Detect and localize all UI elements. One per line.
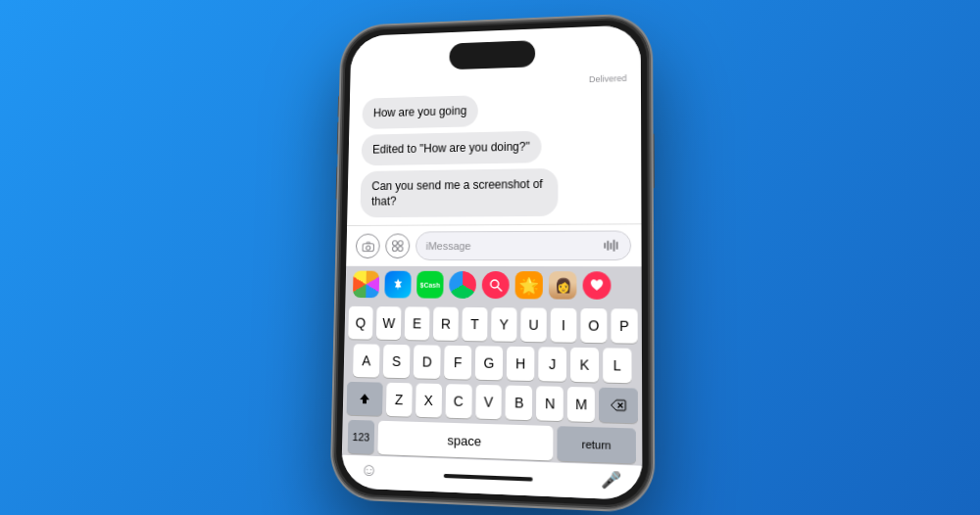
key-L[interactable]: L bbox=[603, 348, 631, 383]
key-V[interactable]: V bbox=[475, 385, 502, 419]
delivered-label: Delivered bbox=[363, 73, 626, 91]
phone-screen: Delivered How are you going Edited to "H… bbox=[341, 24, 642, 500]
input-bar: iMessage bbox=[346, 223, 641, 266]
shift-key[interactable] bbox=[347, 382, 383, 416]
phone-mockup: Delivered How are you going Edited to "H… bbox=[333, 17, 651, 509]
imessage-input[interactable]: iMessage bbox=[416, 230, 631, 260]
key-G[interactable]: G bbox=[475, 346, 503, 380]
app-strip: $Cash 🌟 👩 bbox=[345, 266, 641, 305]
key-W[interactable]: W bbox=[376, 306, 402, 340]
numbers-key[interactable]: 123 bbox=[348, 420, 375, 454]
keyboard-row-3: Z X C V B N M bbox=[347, 382, 638, 424]
delete-key[interactable] bbox=[599, 388, 638, 424]
key-Z[interactable]: Z bbox=[386, 383, 413, 417]
fitness-app-icon[interactable] bbox=[449, 271, 476, 299]
key-N[interactable]: N bbox=[536, 386, 564, 421]
apps-icon[interactable] bbox=[385, 233, 410, 258]
power-button bbox=[650, 133, 654, 189]
svg-line-7 bbox=[498, 287, 502, 291]
key-X[interactable]: X bbox=[416, 383, 442, 417]
svg-point-1 bbox=[366, 246, 369, 250]
input-placeholder: iMessage bbox=[426, 240, 471, 252]
message-bubble-1: How are you going bbox=[362, 95, 478, 129]
key-C[interactable]: C bbox=[445, 384, 471, 418]
key-J[interactable]: J bbox=[538, 347, 566, 381]
key-Q[interactable]: Q bbox=[348, 306, 372, 340]
stickers-app-icon[interactable]: 🌟 bbox=[515, 271, 543, 299]
keyboard-row-2: A S D F G H J K L bbox=[347, 344, 637, 383]
keyboard: Q W E R T Y U I O P A S D F G H J K L bbox=[342, 303, 643, 466]
svg-point-4 bbox=[392, 247, 397, 252]
key-U[interactable]: U bbox=[520, 307, 547, 342]
dynamic-island bbox=[449, 40, 535, 70]
camera-icon[interactable] bbox=[356, 234, 380, 258]
mic-icon[interactable]: 🎤 bbox=[601, 470, 621, 491]
key-R[interactable]: R bbox=[433, 307, 459, 341]
heart-app-icon[interactable] bbox=[583, 271, 612, 300]
key-B[interactable]: B bbox=[506, 386, 533, 421]
keyboard-row-1: Q W E R T Y U I O P bbox=[348, 306, 637, 344]
key-F[interactable]: F bbox=[444, 346, 471, 380]
key-P[interactable]: P bbox=[611, 308, 637, 343]
photos-app-icon[interactable] bbox=[353, 271, 379, 299]
key-T[interactable]: T bbox=[462, 307, 487, 342]
key-A[interactable]: A bbox=[353, 344, 379, 377]
key-Y[interactable]: Y bbox=[491, 307, 516, 342]
space-key[interactable]: space bbox=[377, 421, 553, 461]
key-D[interactable]: D bbox=[414, 345, 441, 379]
key-K[interactable]: K bbox=[570, 348, 599, 383]
key-S[interactable]: S bbox=[383, 345, 411, 378]
cash-app-icon[interactable]: $Cash bbox=[416, 271, 444, 299]
svg-point-2 bbox=[393, 241, 398, 246]
return-key[interactable]: return bbox=[558, 426, 636, 463]
mute-button bbox=[338, 96, 342, 118]
svg-point-5 bbox=[398, 247, 403, 252]
audio-icon bbox=[602, 237, 620, 255]
search-app-icon[interactable] bbox=[482, 271, 510, 299]
key-M[interactable]: M bbox=[567, 387, 595, 422]
key-O[interactable]: O bbox=[580, 308, 607, 343]
message-bubble-2: Edited to "How are you doing?" bbox=[362, 130, 542, 164]
emoji-icon[interactable]: ☺ bbox=[360, 459, 377, 481]
key-H[interactable]: H bbox=[507, 347, 535, 381]
message-bubble-3: Can you send me a screenshot of that? bbox=[360, 167, 558, 217]
avatar-app-icon[interactable]: 👩 bbox=[549, 271, 577, 300]
key-E[interactable]: E bbox=[405, 306, 430, 340]
appstore-app-icon[interactable] bbox=[384, 271, 411, 299]
key-I[interactable]: I bbox=[551, 308, 577, 343]
svg-point-3 bbox=[398, 241, 403, 246]
